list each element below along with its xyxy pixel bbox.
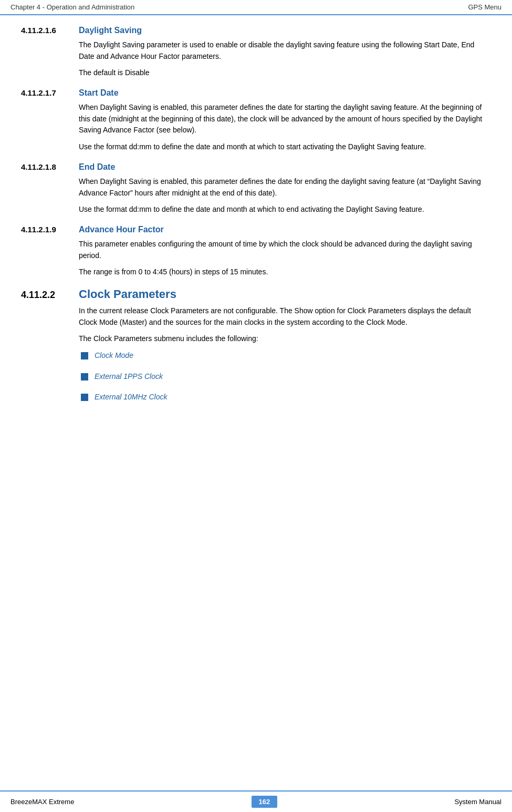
section-number-0: 4.11.2.1.6 [21,26,68,35]
section-4-11-2-1-9: 4.11.2.1.9Advance Hour FactorThis parame… [21,225,491,278]
bullet-item: External 1PPS Clock [79,371,491,383]
chapter-title: Chapter 4 - Operation and Administration [11,3,134,11]
section-number-1: 4.11.2.1.7 [21,88,68,97]
main-content: 4.11.2.1.6Daylight SavingThe Daylight Sa… [0,15,512,455]
paragraph-4-1: The Clock Parameters submenu includes th… [79,333,491,345]
section-title-header: GPS Menu [468,3,501,11]
section-4-11-2-1-7: 4.11.2.1.7Start DateWhen Daylight Saving… [21,88,491,153]
section-title-1: Start Date [79,88,119,98]
paragraph-3-1: The range is from 0 to 4:45 (hours) in s… [79,266,491,278]
paragraph-1-0: When Daylight Saving is enabled, this pa… [79,102,491,136]
paragraph-2-0: When Daylight Saving is enabled, this pa… [79,176,491,199]
section-body-4: In the current release Clock Parameters … [79,305,491,403]
paragraph-2-1: Use the format dd:mm to define the date … [79,204,491,215]
bullet-square-icon [81,394,88,401]
bullet-item: External 10MHz Clock [79,392,491,403]
paragraph-3-0: This parameter enables configuring the a… [79,239,491,261]
section-title-0: Daylight Saving [79,26,142,35]
section-number-2: 4.11.2.1.8 [21,162,68,171]
paragraph-0-1: The default is Disable [79,67,491,79]
section-number-3: 4.11.2.1.9 [21,225,68,234]
bullet-text-0: Clock Mode [95,350,133,362]
section-body-1: When Daylight Saving is enabled, this pa… [79,102,491,153]
top-bar: Chapter 4 - Operation and Administration… [0,0,512,15]
section-4-11-2-1-6: 4.11.2.1.6Daylight SavingThe Daylight Sa… [21,26,491,79]
page-number: 162 [252,796,278,808]
paragraph-0-0: The Daylight Saving parameter is used to… [79,39,491,62]
section-title-3: Advance Hour Factor [79,225,164,234]
section-body-2: When Daylight Saving is enabled, this pa… [79,176,491,215]
bullet-square-icon [81,352,88,359]
section-title-4: Clock Parameters [79,287,176,301]
product-name: BreezeMAX Extreme [11,798,74,806]
bullet-text-1: External 1PPS Clock [95,371,163,383]
bullet-text-2: External 10MHz Clock [95,392,168,403]
section-4-11-2-1-8: 4.11.2.1.8End DateWhen Daylight Saving i… [21,162,491,215]
section-4-11-2-2: 4.11.2.2Clock ParametersIn the current r… [21,287,491,403]
bottom-bar: BreezeMAX Extreme 162 System Manual [0,790,512,812]
section-number-4: 4.11.2.2 [21,290,68,301]
paragraph-4-0: In the current release Clock Parameters … [79,305,491,328]
bullet-item: Clock Mode [79,350,491,362]
section-body-3: This parameter enables configuring the a… [79,239,491,278]
section-title-2: End Date [79,162,115,172]
manual-title: System Manual [454,798,501,806]
paragraph-1-1: Use the format dd:mm to define the date … [79,141,491,153]
section-body-0: The Daylight Saving parameter is used to… [79,39,491,79]
bullet-list: Clock ModeExternal 1PPS ClockExternal 10… [79,350,491,403]
bullet-square-icon [81,373,88,381]
